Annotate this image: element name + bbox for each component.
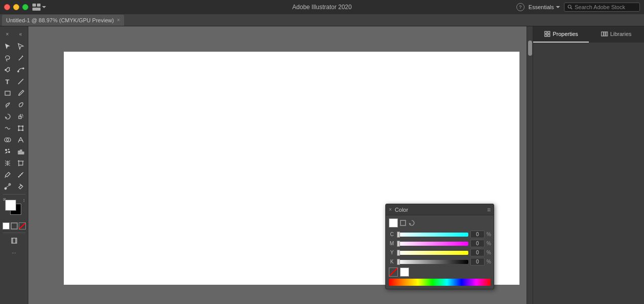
tab-libraries[interactable]: Libraries [589, 26, 645, 43]
channel-label-y: Y [389, 250, 395, 255]
svg-rect-53 [545, 34, 547, 36]
color-spectrum-bar[interactable] [389, 279, 491, 286]
magic-wand-tool[interactable] [14, 53, 27, 64]
color-mode-cycle-icon[interactable] [408, 219, 415, 226]
help-icon[interactable]: ? [516, 3, 525, 11]
svg-rect-2 [32, 8, 41, 11]
svg-rect-12 [5, 91, 10, 95]
tab-properties[interactable]: Properties [533, 26, 589, 43]
titlebar-right: ? Essentials Search Adobe Stock [516, 3, 640, 12]
channel-slider-m[interactable] [397, 242, 468, 246]
fill-box[interactable] [3, 222, 10, 230]
svg-rect-31 [20, 150, 22, 154]
scrollbar-thumb[interactable] [528, 41, 532, 56]
workspace-selector[interactable]: Essentials [529, 4, 560, 10]
color-swatches-area: ↕ ⊠ [1, 198, 27, 220]
direct-selection-tool[interactable] [14, 41, 27, 52]
search-stock-input[interactable]: Search Adobe Stock [564, 3, 640, 12]
close-window-button[interactable] [4, 4, 10, 10]
svg-point-10 [22, 68, 23, 69]
svg-point-19 [18, 130, 19, 131]
white-color-swatch[interactable] [400, 268, 409, 277]
selection-tool[interactable] [1, 41, 14, 52]
channel-input-k[interactable] [470, 258, 485, 265]
live-paint-bucket-tool[interactable] [14, 181, 27, 192]
tab-close-button[interactable]: × [117, 17, 120, 23]
toolbar-close-button[interactable]: × [1, 28, 14, 40]
line-tool[interactable] [14, 76, 27, 87]
svg-rect-32 [22, 152, 24, 154]
color-panel-header[interactable]: × Color ≡ [386, 204, 494, 215]
more-tools-button[interactable]: ... [12, 249, 16, 254]
svg-point-45 [5, 187, 7, 189]
foreground-color-swatch[interactable] [5, 200, 16, 211]
channel-row-m: M % [389, 240, 491, 247]
side-panel-content [533, 43, 644, 304]
curvature-tool[interactable] [14, 64, 27, 75]
svg-point-20 [22, 130, 23, 131]
libraries-icon [601, 30, 608, 37]
svg-point-18 [22, 126, 23, 127]
side-panel: Properties Libraries [533, 26, 644, 304]
color-panel-close-button[interactable]: × [389, 207, 392, 212]
eyedropper-tool[interactable] [1, 169, 14, 180]
panel-header-left: × Color [389, 207, 408, 213]
svg-line-40 [5, 176, 6, 178]
svg-line-23 [18, 137, 21, 142]
blob-brush-tool[interactable] [14, 99, 27, 110]
svg-rect-51 [545, 31, 547, 33]
channel-label-k: K [389, 259, 395, 264]
svg-marker-7 [22, 55, 23, 57]
stroke-box[interactable] [11, 222, 18, 230]
column-graph-tool[interactable] [14, 146, 27, 157]
lasso-tool[interactable] [1, 53, 14, 64]
channel-row-k: K % [389, 258, 491, 265]
stroke-indicator[interactable] [400, 220, 406, 226]
crop-image-tool[interactable] [14, 158, 27, 169]
channel-input-m[interactable] [470, 240, 485, 247]
pen-tool[interactable] [1, 64, 14, 75]
channel-pct-c: % [487, 232, 491, 237]
perspective-grid-tool[interactable] [14, 134, 27, 145]
panel-swatches-row [389, 268, 491, 277]
toolbar-collapse-button[interactable]: « [14, 28, 27, 40]
pencil-tool[interactable] [14, 88, 27, 99]
mesh-tool[interactable] [1, 158, 14, 169]
type-tool[interactable]: T [1, 76, 14, 87]
change-screen-mode-button[interactable] [8, 235, 21, 246]
document-tab[interactable]: Untitled-1 @ 88.97% (CMYK/GPU Preview) × [2, 15, 124, 26]
rectangle-tool[interactable] [1, 88, 14, 99]
channel-slider-y[interactable] [397, 251, 468, 255]
color-panel-menu-button[interactable]: ≡ [487, 206, 491, 213]
none-swatch[interactable] [19, 222, 26, 230]
shape-builder-tool[interactable] [1, 134, 14, 145]
tabbar: Untitled-1 @ 88.97% (CMYK/GPU Preview) × [0, 14, 644, 26]
workspace-layout-icon[interactable] [32, 4, 46, 11]
channel-pct-y: % [487, 250, 491, 255]
scale-tool[interactable] [14, 111, 27, 122]
maximize-window-button[interactable] [22, 4, 28, 10]
blend-tool[interactable] [1, 181, 14, 192]
tool-row-selection [1, 41, 27, 52]
canvas-area: × Color ≡ C [28, 26, 533, 304]
channel-slider-k[interactable] [397, 260, 468, 264]
minimize-window-button[interactable] [13, 4, 19, 10]
vertical-scrollbar[interactable] [527, 26, 533, 304]
svg-line-5 [6, 59, 7, 61]
window-controls [4, 4, 46, 11]
swap-colors-button[interactable]: ↕ [23, 198, 25, 203]
channel-pct-m: % [487, 241, 491, 246]
channel-slider-c[interactable] [397, 233, 468, 237]
svg-point-26 [5, 149, 7, 151]
paintbrush-tool[interactable] [1, 99, 14, 110]
rotate-tool[interactable] [1, 111, 14, 122]
titlebar: Adobe Illustrator 2020 ? Essentials Sear… [0, 0, 644, 14]
none-color-swatch[interactable] [389, 268, 398, 277]
channel-input-y[interactable] [470, 249, 485, 256]
free-transform-tool[interactable] [14, 123, 27, 134]
warp-tool[interactable] [1, 123, 14, 134]
symbol-sprayer-tool[interactable] [1, 146, 14, 157]
channel-input-c[interactable] [470, 231, 485, 238]
fill-indicator[interactable] [389, 218, 398, 227]
measure-tool[interactable] [14, 169, 27, 180]
